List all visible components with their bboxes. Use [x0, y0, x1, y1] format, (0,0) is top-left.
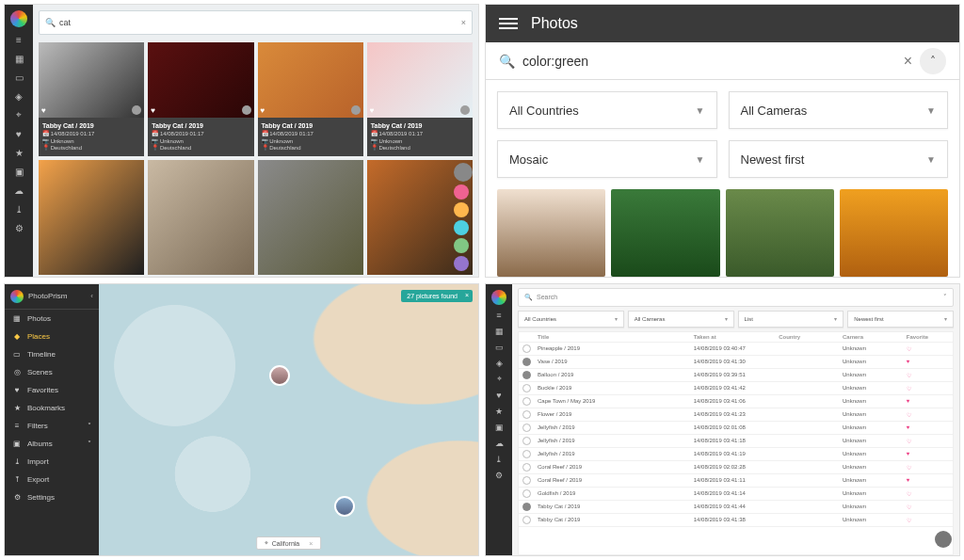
fab-main[interactable]: [454, 163, 473, 182]
place-icon[interactable]: ⌖: [493, 374, 505, 385]
photo-thumb[interactable]: ♥: [367, 42, 473, 118]
select-checkbox[interactable]: [522, 450, 531, 458]
table-row[interactable]: Coral Reef / 201914/08/2019 03:41:11Unkn…: [519, 474, 953, 488]
favorite-icon[interactable]: ♡: [907, 411, 949, 418]
filter-country[interactable]: All Countries▼: [497, 91, 717, 129]
select-checkbox[interactable]: [522, 489, 531, 498]
photo-thumb[interactable]: [497, 189, 605, 277]
favorite-icon[interactable]: ♥: [907, 398, 949, 404]
favorite-icon[interactable]: ♡: [907, 438, 949, 444]
app-logo-icon[interactable]: [491, 290, 506, 305]
location-input[interactable]: ⌖ California ×: [256, 536, 322, 550]
search-input[interactable]: 🔍 Search ˅: [518, 288, 954, 307]
filter-camera[interactable]: All Cameras▾: [628, 311, 734, 328]
select-checkbox[interactable]: [522, 503, 531, 511]
bookmark-icon[interactable]: ★: [493, 406, 505, 417]
select-checkbox[interactable]: [522, 358, 531, 366]
favorite-icon[interactable]: ♥: [907, 424, 949, 430]
label-icon[interactable]: ◈: [493, 358, 505, 369]
sidebar-item-filters[interactable]: ≡Filters˅: [5, 417, 99, 435]
app-logo-icon[interactable]: [10, 290, 24, 303]
fab-button[interactable]: [935, 531, 952, 548]
fab-action[interactable]: [454, 184, 469, 200]
favorite-icon[interactable]: ♡: [907, 372, 949, 378]
photo-card[interactable]: [258, 160, 363, 274]
sidebar-item-albums[interactable]: ▣Albums˅: [5, 435, 99, 453]
photo-thumb[interactable]: [840, 189, 948, 277]
table-row[interactable]: Flower / 201914/08/2019 03:41:23Unknown♡: [519, 408, 953, 422]
select-icon[interactable]: [351, 105, 361, 115]
heart-icon[interactable]: ♥: [370, 106, 375, 115]
favorite-icon[interactable]: ♡: [907, 385, 949, 392]
favorite-icon[interactable]: ♡: [907, 490, 949, 497]
clear-icon[interactable]: ×: [904, 53, 912, 70]
clear-icon[interactable]: ×: [461, 18, 466, 27]
photo-card[interactable]: ♥Tabby Cat / 2019📅 14/08/2019 01:17📷 Unk…: [258, 42, 363, 156]
sidebar-item-scenes[interactable]: ◎Scenes: [5, 363, 99, 381]
favorite-icon[interactable]: ♡: [907, 517, 949, 523]
fab-action[interactable]: [454, 202, 469, 217]
favorite-icon[interactable]: ♥: [907, 359, 949, 364]
table-row[interactable]: Coral Reef / 201914/08/2019 02:02:28Unkn…: [519, 461, 953, 474]
place-icon[interactable]: ⌖: [12, 108, 25, 121]
select-checkbox[interactable]: [522, 437, 531, 445]
collapse-sidebar-icon[interactable]: ‹: [90, 292, 93, 300]
favorite-icon[interactable]: ♡: [907, 504, 949, 510]
photo-thumb[interactable]: [39, 160, 144, 274]
filter-view[interactable]: List▾: [738, 311, 844, 328]
collapse-filters-icon[interactable]: ˄: [920, 48, 946, 74]
clear-icon[interactable]: ×: [309, 540, 313, 547]
settings-icon[interactable]: ⚙: [493, 470, 505, 481]
column-header[interactable]: Taken at: [694, 334, 779, 340]
hamburger-icon[interactable]: [499, 18, 518, 29]
photo-thumb[interactable]: [148, 160, 253, 274]
sidebar-item-export[interactable]: ⤒Export: [5, 471, 99, 488]
photo-thumb[interactable]: [611, 189, 719, 277]
select-checkbox[interactable]: [522, 397, 531, 406]
column-header[interactable]: Camera: [843, 334, 907, 340]
table-row[interactable]: Tabby Cat / 201914/08/2019 03:41:38Unkno…: [519, 514, 953, 527]
search-input[interactable]: 🔍 cat ×: [39, 10, 473, 35]
select-checkbox[interactable]: [522, 516, 531, 524]
table-row[interactable]: Jellyfish / 201914/08/2019 03:41:19Unkno…: [519, 448, 953, 461]
photo-card[interactable]: ♥Tabby Cat / 2019📅 14/08/2019 01:17📷 Unk…: [367, 42, 473, 156]
menu-icon[interactable]: ≡: [493, 310, 505, 321]
select-icon[interactable]: [460, 105, 470, 115]
heart-icon[interactable]: ♥: [493, 390, 505, 401]
search-bar[interactable]: 🔍 color:green × ˄: [486, 42, 959, 80]
table-row[interactable]: Vase / 201914/08/2019 03:41:30Unknown♥: [519, 356, 953, 369]
photo-card[interactable]: [39, 160, 144, 274]
column-header[interactable]: Country: [779, 334, 843, 340]
table-row[interactable]: Cape Town / May 201914/08/2019 03:41:06U…: [519, 395, 953, 408]
fab-action[interactable]: [454, 220, 469, 235]
favorite-icon[interactable]: ♥: [907, 451, 949, 456]
photos-icon[interactable]: ▦: [493, 326, 505, 337]
photo-thumb[interactable]: ♥: [148, 42, 253, 118]
select-icon[interactable]: [242, 105, 251, 115]
close-icon[interactable]: ×: [465, 292, 469, 298]
filter-country[interactable]: All Countries▾: [518, 311, 624, 328]
sidebar-item-timeline[interactable]: ▭Timeline: [5, 345, 99, 363]
sidebar-item-bookmarks[interactable]: ★Bookmarks: [5, 399, 99, 417]
map-cluster-pin[interactable]: [334, 496, 355, 517]
menu-icon[interactable]: ≡: [12, 33, 25, 46]
select-checkbox[interactable]: [522, 344, 531, 353]
fab-action[interactable]: [454, 238, 469, 253]
map-view[interactable]: 27 pictures found × ⌖ California ×: [99, 284, 478, 556]
select-checkbox[interactable]: [522, 476, 531, 485]
calendar-icon[interactable]: ▭: [493, 342, 505, 353]
filter-camera[interactable]: All Cameras▼: [729, 91, 949, 129]
filter-sort[interactable]: Newest first▼: [729, 140, 949, 178]
calendar-icon[interactable]: ▭: [12, 71, 25, 84]
select-checkbox[interactable]: [522, 424, 531, 432]
heart-icon[interactable]: ♥: [261, 106, 265, 115]
download-icon[interactable]: ⤓: [493, 454, 505, 465]
select-checkbox[interactable]: [522, 371, 531, 379]
settings-icon[interactable]: ⚙: [12, 221, 25, 234]
bookmark-icon[interactable]: ★: [12, 146, 25, 159]
label-icon[interactable]: ◈: [12, 89, 25, 103]
sidebar-item-photos[interactable]: ▦Photos: [5, 310, 99, 328]
select-icon[interactable]: [132, 105, 141, 115]
sidebar-item-places[interactable]: ◆Places: [5, 328, 99, 345]
folder-icon[interactable]: ▣: [493, 422, 505, 433]
